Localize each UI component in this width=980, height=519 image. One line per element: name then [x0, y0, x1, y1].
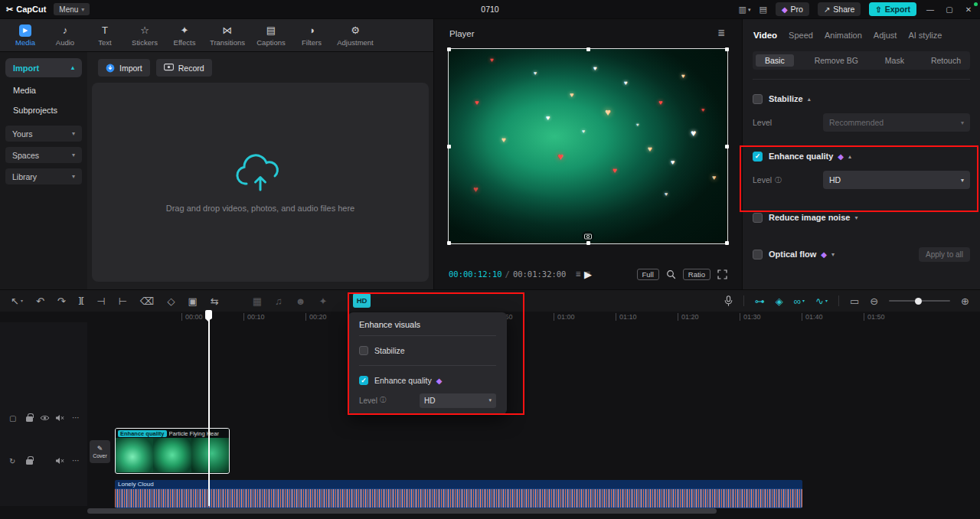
image-tool-icon[interactable]: ▦ [253, 296, 262, 306]
tab-speed[interactable]: Speed [789, 31, 813, 40]
record-button[interactable]: Record [156, 59, 212, 77]
mask-icon[interactable]: ◇ [167, 296, 175, 306]
tab-text[interactable]: TText [86, 24, 124, 47]
trim-left-icon[interactable]: ⊣ [96, 296, 105, 306]
undo-icon[interactable]: ↶ [36, 296, 44, 306]
zoom-in-icon[interactable]: ⊕ [961, 296, 969, 306]
selection-handle[interactable] [586, 241, 590, 245]
sidebar-item-subprojects[interactable]: Subprojects [5, 100, 82, 120]
tab-stickers[interactable]: ☆Stickers [126, 24, 164, 47]
crop-icon[interactable]: ▣ [188, 296, 197, 306]
sidebar-item-yours[interactable]: Yours ▾ [5, 126, 82, 142]
zoom-out-icon[interactable]: ⊖ [870, 296, 878, 306]
video-preview[interactable]: ♥ ♥ ♥ ♥ ♥ ♥ ♥ ♥ ♥ ♥ ♥ ♥ ♥ ♥ ♥ ♥ ♥ ♥ ♥ ♥ [449, 49, 727, 243]
media-dropzone[interactable]: Drag and drop videos, photos, and audio … [92, 83, 429, 282]
mute-speaker-icon[interactable] [55, 414, 64, 422]
selection-handle[interactable] [725, 241, 729, 245]
trim-right-icon[interactable]: ⊢ [119, 296, 127, 306]
audio-clip[interactable]: Lonely Cloud [115, 480, 802, 508]
cover-button[interactable]: ✎ Cover [90, 440, 110, 463]
popup-enhance-quality-checkbox[interactable]: ✓ [359, 376, 368, 385]
tab-filters[interactable]: ◑Filters [292, 24, 331, 47]
chevron-up-icon[interactable]: ▴ [848, 153, 851, 160]
more-options-icon[interactable]: ⋯ [72, 456, 80, 465]
tab-transitions[interactable]: ⋈Transitions [205, 24, 250, 47]
fullscreen-icon[interactable] [717, 269, 727, 279]
tab-ai-stylize[interactable]: AI stylize [908, 31, 942, 40]
layout-player-icon[interactable]: ▥▾ [739, 5, 751, 14]
selection-handle[interactable] [447, 145, 451, 149]
chevron-up-icon[interactable]: ▴ [808, 96, 811, 103]
full-screen-mode-button[interactable]: Full [637, 269, 659, 280]
mirror-icon[interactable]: ⇆ [211, 296, 219, 306]
optical-flow-checkbox[interactable] [753, 250, 763, 260]
enhance-level-dropdown[interactable]: HD ▾ [823, 171, 970, 189]
selection-handle[interactable] [447, 241, 451, 245]
split-icon[interactable]: ][ [79, 297, 84, 305]
selection-handle[interactable] [447, 47, 451, 51]
stabilize-checkbox[interactable] [753, 94, 763, 104]
tab-audio[interactable]: ♪Audio [46, 24, 84, 47]
reduce-noise-checkbox[interactable] [753, 213, 763, 223]
menu-button[interactable]: Menu ▾ [54, 3, 90, 15]
sidebar-item-media[interactable]: Media [5, 80, 82, 100]
selection-handle[interactable] [725, 47, 729, 51]
track-loop-icon[interactable]: ↻ [9, 457, 15, 465]
layout-panels-icon[interactable]: ▤ [759, 5, 766, 14]
chevron-down-icon[interactable]: ▾ [854, 214, 858, 221]
play-button[interactable]: ▶ [584, 269, 592, 280]
share-button[interactable]: ↗ Share [818, 2, 861, 16]
lock-icon[interactable] [26, 415, 33, 423]
speaker-icon[interactable] [55, 457, 64, 465]
subtab-basic[interactable]: Basic [756, 54, 794, 67]
magic-tool-icon[interactable]: ✦ [318, 296, 327, 306]
playhead-handle[interactable] [205, 310, 212, 319]
keyframe-icon[interactable]: ◈ [776, 296, 783, 306]
ripple-edit-icon[interactable]: ⊶ [755, 296, 765, 306]
sidebar-item-spaces[interactable]: Spaces ▾ [5, 147, 82, 163]
video-clip[interactable]: Enhance quality Particle Flying Hear [115, 428, 230, 474]
export-button[interactable]: ⇧ Export [869, 2, 916, 16]
frame-lines-icon[interactable]: ≣ [575, 270, 581, 278]
tab-adjustment[interactable]: ⚙Adjustment [332, 24, 378, 47]
tab-video[interactable]: Video [753, 31, 777, 40]
timeline-zoom-slider[interactable] [889, 300, 950, 302]
subtab-retouch[interactable]: Retouch [925, 54, 967, 67]
link-clips-icon[interactable]: ∞▾ [794, 296, 805, 306]
pro-button[interactable]: ◆ Pro [776, 2, 809, 16]
person-tool-icon[interactable]: ☻ [296, 296, 306, 306]
redo-icon[interactable]: ↷ [57, 296, 66, 306]
zoom-preview-icon[interactable] [666, 269, 676, 279]
import-button[interactable]: Import [98, 59, 150, 77]
tab-captions[interactable]: ▤Captions [251, 24, 291, 47]
chevron-down-icon[interactable]: ▾ [831, 251, 835, 258]
tab-media[interactable]: ▶Media [6, 24, 44, 47]
sidebar-item-import[interactable]: Import ▴ [5, 58, 82, 77]
popup-stabilize-checkbox[interactable] [359, 346, 368, 355]
subtab-remove-bg[interactable]: Remove BG [808, 54, 864, 67]
popup-level-dropdown[interactable]: HD ▾ [420, 393, 496, 408]
player-menu-icon[interactable]: ≣ [717, 28, 725, 38]
tab-effects[interactable]: ✦Effects [165, 24, 204, 47]
preview-axis-icon[interactable]: ▭ [850, 296, 859, 306]
selection-handle[interactable] [586, 47, 590, 51]
tab-animation[interactable]: Animation [825, 31, 862, 40]
stabilize-level-dropdown[interactable]: Recommended ▾ [823, 113, 970, 132]
selection-handle[interactable] [725, 145, 729, 149]
delete-icon[interactable]: ⌫ [140, 296, 154, 306]
audio-tool-icon[interactable]: ♫ [275, 296, 283, 306]
zoom-slider-handle[interactable] [915, 298, 922, 305]
tab-adjust[interactable]: Adjust [874, 31, 897, 40]
track-frame-icon[interactable]: ▢ [9, 414, 16, 423]
enhance-quality-checkbox[interactable]: ✓ [753, 152, 763, 162]
close-button[interactable]: ✕ [963, 5, 974, 14]
minimize-button[interactable]: — [925, 5, 936, 14]
timeline-scrollbar[interactable] [87, 508, 717, 514]
select-tool-icon[interactable]: ↖▾ [11, 296, 23, 306]
camera-chip[interactable] [582, 231, 594, 241]
subtab-mask[interactable]: Mask [879, 54, 910, 67]
enhance-visuals-hd-button[interactable]: HD [353, 293, 371, 308]
snapping-icon[interactable]: ∿▾ [815, 296, 828, 306]
maximize-button[interactable]: ▢ [944, 5, 955, 14]
mic-icon[interactable] [724, 295, 733, 306]
